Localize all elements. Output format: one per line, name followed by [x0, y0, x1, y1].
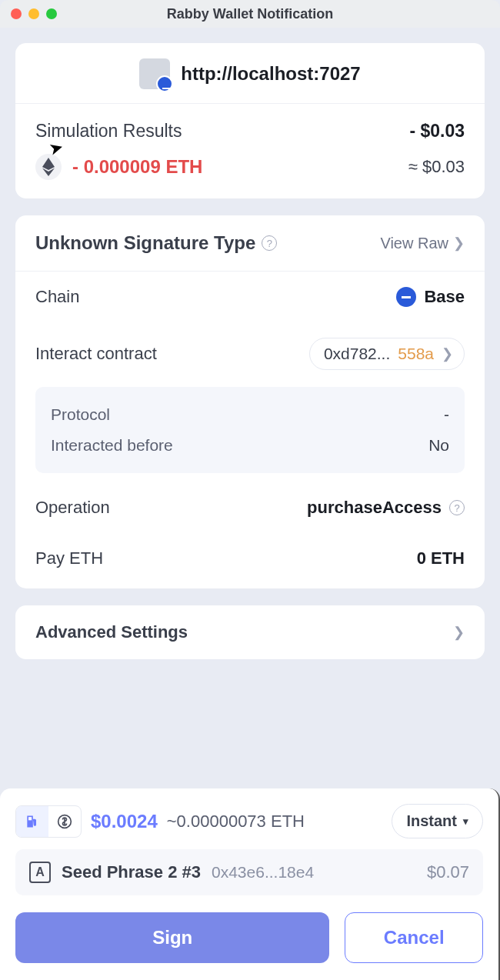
- gas-cost-usd: $0.0024: [91, 811, 158, 832]
- gas-pump-icon[interactable]: [16, 806, 48, 837]
- contract-address-button[interactable]: 0xd782...558a ❯: [309, 338, 465, 370]
- chevron-right-icon: ❯: [442, 345, 453, 362]
- operation-label: Operation: [35, 498, 110, 518]
- chain-icon: [396, 287, 416, 307]
- interacted-before-value: No: [428, 436, 449, 455]
- cancel-button[interactable]: Cancel: [345, 912, 483, 963]
- chain-value: Base: [396, 287, 465, 307]
- contract-details-box: Protocol - Interacted before No: [35, 387, 465, 473]
- simulation-total: - $0.03: [409, 121, 465, 142]
- account-balance: $0.07: [427, 862, 469, 882]
- window-title: Rabby Wallet Notification: [0, 6, 500, 22]
- pay-eth-value: 0 ETH: [417, 548, 465, 568]
- view-raw-button[interactable]: View Raw ❯: [380, 235, 465, 252]
- svg-rect-0: [28, 817, 32, 820]
- gas-mode-toggle[interactable]: [15, 805, 82, 838]
- account-type-icon: A: [29, 862, 51, 883]
- account-address: 0x43e6...18e4: [212, 863, 314, 882]
- simulation-asset-approx: ≈ $0.03: [408, 157, 465, 177]
- signature-type-title: Unknown Signature Type ?: [35, 232, 277, 254]
- account-name: Seed Phrase 2 #3: [62, 862, 201, 882]
- chevron-down-icon: ▾: [463, 815, 468, 827]
- chevron-right-icon: ❯: [453, 235, 465, 252]
- titlebar: Rabby Wallet Notification: [0, 0, 500, 28]
- dollar-icon[interactable]: [48, 806, 81, 837]
- site-icon: [139, 58, 170, 89]
- advanced-settings-button[interactable]: Advanced Settings ❯: [15, 605, 485, 659]
- origin-section: http://localhost:7027: [15, 43, 485, 104]
- sign-button[interactable]: Sign: [15, 912, 329, 963]
- gas-speed-selector[interactable]: Instant ▾: [392, 804, 483, 838]
- help-icon[interactable]: ?: [262, 235, 277, 251]
- interacted-before-label: Interacted before: [51, 436, 173, 455]
- help-icon[interactable]: ?: [449, 500, 465, 515]
- origin-url: http://localhost:7027: [181, 63, 360, 85]
- simulation-asset-amount: - 0.000009 ETH: [72, 156, 202, 178]
- contract-label: Interact contract: [35, 344, 157, 364]
- protocol-value: -: [444, 405, 449, 424]
- chain-label: Chain: [35, 287, 79, 307]
- pay-eth-label: Pay ETH: [35, 548, 103, 568]
- operation-value: purchaseAccess ?: [307, 498, 465, 518]
- account-selector[interactable]: A Seed Phrase 2 #3 0x43e6...18e4 $0.07: [15, 849, 483, 895]
- protocol-label: Protocol: [51, 405, 110, 424]
- footer: $0.0024 ~0.00000073 ETH Instant ▾ A Seed…: [0, 788, 500, 980]
- gas-cost-eth: ~0.00000073 ETH: [167, 812, 305, 832]
- chevron-right-icon: ❯: [453, 624, 465, 641]
